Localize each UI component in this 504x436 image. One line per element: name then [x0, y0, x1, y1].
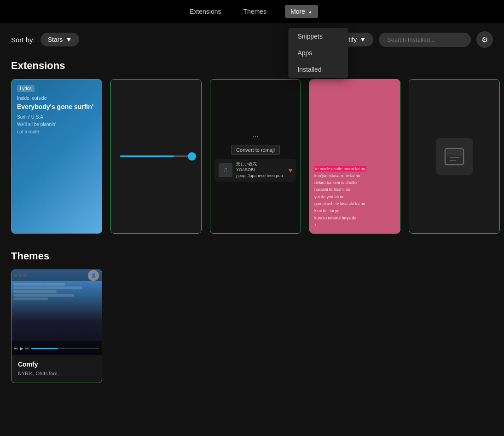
- chevron-up-icon: ▲: [308, 9, 313, 14]
- svg-rect-1: [446, 150, 462, 155]
- card-body-comfy: Comfy NYRI4, OhItsTom,: [12, 355, 102, 383]
- conv-track-info: 悲しい蝶花 YOASOBI j-pop, Japanese teen pop: [236, 161, 283, 179]
- card-preview-sleep: [409, 80, 499, 233]
- nav-more-label: More: [290, 8, 305, 15]
- nav-extensions[interactable]: Extensions: [186, 1, 225, 22]
- conv-track-artist: YOASOBI: [236, 167, 283, 173]
- conv-badge: Convert to romaji: [231, 145, 280, 155]
- theme-dot: [14, 274, 17, 277]
- dropdown-installed[interactable]: Installed: [288, 61, 348, 78]
- theme-avatar: 👤: [88, 270, 99, 281]
- card-volume-percentage: Volume Percentage daksh2k ★ 49 Add the c…: [110, 79, 202, 234]
- card-body-romaji: Japanese Romaji L... A1pha1 ★ 12 Spiceti…: [310, 233, 400, 234]
- theme-progress-fill: [31, 348, 58, 349]
- card-preview-romaji: ie made okutte morai tai na kon'ya mitas…: [310, 80, 400, 233]
- more-dropdown: Snippets Apps Installed: [288, 28, 348, 78]
- theme-dot: [23, 274, 26, 277]
- conv-track-genre: j-pop, Japanese teen pop: [236, 173, 283, 179]
- lyrics-line-3: out a route: [17, 128, 96, 136]
- lyrics-song-info: Inside, outside: [17, 96, 96, 101]
- extensions-section: Extensions Lyrics Inside, outside Everyb…: [0, 56, 504, 247]
- card-body-beautiful-lyrics: Beautiful Lyrics SoCalifornian ★ 239 Add…: [12, 233, 102, 234]
- chevron-down-icon: ▼: [65, 36, 72, 43]
- sort-value-label: Stars: [48, 36, 63, 43]
- themes-section: Themes 👤: [0, 247, 504, 396]
- nav-more-button[interactable]: More ▲ Snippets Apps Installed: [285, 5, 318, 18]
- conv-track-img: 🎵: [219, 163, 232, 177]
- top-nav: Extensions Themes More ▲ Snippets Apps I…: [0, 0, 504, 23]
- conv-track-title: 悲しい蝶花: [236, 161, 283, 167]
- settings-button[interactable]: ⚙: [476, 31, 493, 48]
- dropdown-snippets[interactable]: Snippets: [288, 28, 348, 45]
- card-preview-volume: [111, 80, 201, 233]
- lyrics-song-title: Everybody's gone surfin': [17, 103, 96, 111]
- theme-row: [13, 283, 65, 286]
- theme-preview-comfy: 👤 ⏮ ▶ ⏭: [12, 270, 102, 355]
- theme-row: [13, 290, 57, 293]
- lyrics-line-1: Surfin' U.S.A.: [17, 114, 96, 121]
- theme-progress-track: [31, 348, 99, 349]
- extensions-title: Extensions: [0, 56, 504, 79]
- card-body-convert: Convert japanese Pithaya ★ 19 Convert ja…: [210, 233, 301, 234]
- volume-track: [120, 155, 192, 157]
- sleep-timer-icon: [436, 138, 473, 175]
- theme-bottom-bar: ⏮ ▶ ⏭: [12, 341, 102, 355]
- conv-dots: ···: [252, 132, 259, 141]
- search-input[interactable]: [379, 33, 471, 47]
- romaji-highlighted: ie made okutte morai tai na: [314, 166, 366, 172]
- card-body-volume: Volume Percentage daksh2k ★ 49 Add the c…: [111, 233, 201, 234]
- nav-themes[interactable]: Themes: [240, 1, 271, 22]
- theme-row: [13, 298, 48, 300]
- card-author: NYRI4, OhItsTom,: [18, 371, 95, 376]
- card-sleep-timer: Sleep Timer Theblockbuster1 ★ 7 Automati…: [409, 79, 500, 234]
- toolbar: Sort by: Stars ▼ Spotify ▼ ⚙: [0, 23, 504, 56]
- lyrics-lines: Surfin' U.S.A. We'll all be plannin' out…: [17, 114, 96, 136]
- theme-ui-mock: 👤 ⏮ ▶ ⏭: [12, 270, 102, 355]
- theme-top-bar: 👤: [12, 270, 102, 281]
- card-convert-japanese: ··· Convert to romaji 🎵 悲しい蝶花 YOASOBI j-…: [210, 79, 301, 234]
- sort-by-label: Sort by:: [11, 36, 35, 44]
- card-title: Comfy: [18, 361, 95, 368]
- themes-title: Themes: [0, 247, 504, 270]
- gear-icon: ⚙: [481, 35, 488, 44]
- volume-fill: [120, 155, 174, 157]
- chevron-down-icon: ▼: [359, 36, 366, 43]
- theme-row: [13, 287, 82, 289]
- romaji-text: ie made okutte morai tai na kon'ya mitas…: [314, 166, 395, 229]
- lyrics-line-2: We'll all be plannin': [17, 121, 96, 128]
- volume-slider-preview: [120, 155, 192, 157]
- card-preview-japanese: ··· Convert to romaji 🎵 悲しい蝶花 YOASOBI j-…: [210, 80, 301, 233]
- theme-content-area: [12, 281, 102, 341]
- card-comfy-theme: 👤 ⏮ ▶ ⏭: [11, 270, 102, 383]
- theme-dot: [19, 274, 22, 277]
- themes-grid: 👤 ⏮ ▶ ⏭: [0, 270, 504, 396]
- theme-row: [13, 294, 74, 297]
- sort-dropdown-button[interactable]: Stars ▼: [41, 33, 80, 46]
- dropdown-apps[interactable]: Apps: [288, 45, 348, 61]
- lyrics-tag-label: Lyrics: [17, 85, 35, 92]
- volume-thumb: [188, 152, 196, 161]
- card-preview-lyrics: Lyrics Inside, outside Everybody's gone …: [12, 80, 102, 233]
- card-body-sleep: Sleep Timer Theblockbuster1 ★ 7 Automati…: [409, 233, 499, 234]
- conv-track: 🎵 悲しい蝶花 YOASOBI j-pop, Japanese teen pop…: [215, 159, 296, 182]
- heart-icon: ♥: [289, 166, 292, 174]
- card-beautiful-lyrics: Lyrics Inside, outside Everybody's gone …: [11, 79, 102, 234]
- card-japanese-romaji: ie made okutte morai tai na kon'ya mitas…: [309, 79, 400, 234]
- extensions-grid: Lyrics Inside, outside Everybody's gone …: [0, 79, 504, 247]
